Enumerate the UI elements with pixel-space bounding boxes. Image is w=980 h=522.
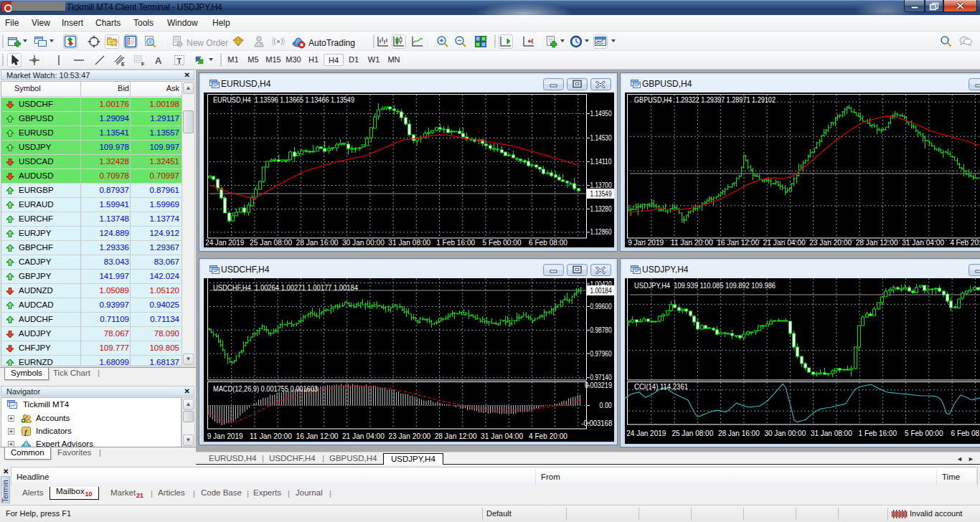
svg-text:23 Jan 20:00: 23 Jan 20:00 — [388, 432, 430, 440]
svg-text:31 Jan 04:00: 31 Jan 04:00 — [902, 239, 944, 247]
svg-text:1.14110: 1.14110 — [590, 158, 612, 166]
svg-text:T: T — [177, 57, 182, 65]
svg-text:28 Jan 12:00: 28 Jan 12:00 — [435, 432, 477, 440]
svg-text:23 Jan 20:00: 23 Jan 20:00 — [809, 239, 852, 247]
svg-text:1 Feb 16:00: 1 Feb 16:00 — [859, 430, 897, 437]
svg-text:28 Jan 12:00: 28 Jan 12:00 — [856, 239, 898, 247]
svg-text:0.99600: 0.99600 — [590, 303, 612, 310]
svg-text:9 Jan 2019: 9 Jan 2019 — [628, 239, 664, 247]
svg-text:30 Jan 00:00: 30 Jan 00:00 — [764, 430, 806, 437]
svg-text:1.14530: 1.14530 — [590, 134, 612, 142]
svg-text:1.00184: 1.00184 — [590, 287, 612, 295]
svg-text:21 Jan 04:00: 21 Jan 04:00 — [342, 432, 385, 440]
svg-text:31 Jan 08:00: 31 Jan 08:00 — [811, 430, 852, 437]
svg-text:CCI(14) 114.2361: CCI(14) 114.2361 — [634, 382, 688, 391]
svg-text:31 Jan 08:00: 31 Jan 08:00 — [388, 239, 430, 247]
svg-text:1.13549: 1.13549 — [590, 190, 612, 198]
svg-text:F: F — [141, 62, 145, 67]
svg-text:31 Jan 04:00: 31 Jan 04:00 — [481, 432, 523, 440]
svg-text:6 Feb 08:00: 6 Feb 08:00 — [529, 239, 567, 247]
svg-text:4 Feb 20:00: 4 Feb 20:00 — [950, 239, 980, 247]
svg-text:1 Feb 16:00: 1 Feb 16:00 — [436, 239, 475, 247]
svg-text:1.14950: 1.14950 — [590, 110, 612, 118]
svg-text:MACD(12,26,9) 0.001755 0.00160: MACD(12,26,9) 0.001755 0.001603 — [213, 384, 318, 393]
svg-text:5 Feb 00:00: 5 Feb 00:00 — [483, 239, 522, 247]
svg-text:5 Feb 00:00: 5 Feb 00:00 — [905, 430, 943, 437]
svg-text:11 Jan 20:00: 11 Jan 20:00 — [671, 239, 713, 247]
svg-text:0.97960: 0.97960 — [590, 350, 612, 358]
svg-text:0.97140: 0.97140 — [590, 374, 612, 381]
svg-text:24 Jan 2019: 24 Jan 2019 — [626, 430, 666, 437]
svg-text:0.003219: 0.003219 — [585, 381, 612, 389]
svg-text:25 Jan 08:00: 25 Jan 08:00 — [672, 430, 713, 437]
svg-text:28 Jan 16:00: 28 Jan 16:00 — [718, 430, 760, 437]
svg-text:6 Feb 08:00: 6 Feb 08:00 — [951, 430, 980, 437]
svg-text:0.00: 0.00 — [600, 402, 612, 409]
svg-text:1.13280: 1.13280 — [590, 205, 612, 213]
svg-text:1.13700: 1.13700 — [590, 181, 612, 189]
svg-text:4 Feb 20:00: 4 Feb 20:00 — [529, 432, 567, 440]
svg-text:25 Jan 08:00: 25 Jan 08:00 — [250, 239, 292, 247]
svg-text:28 Jan 16:00: 28 Jan 16:00 — [296, 239, 339, 247]
svg-text:EURUSD,H4 1.13596 1.13665 1.1: EURUSD,H4 1.13596 1.13665 1.13466 1.1354… — [213, 95, 354, 104]
svg-text:USDCHF,H4 1.00264 1.00271 1.0: USDCHF,H4 1.00264 1.00271 1.00177 1.0018… — [213, 283, 358, 292]
svg-text:21 Jan 04:00: 21 Jan 04:00 — [763, 239, 806, 247]
svg-text:30 Jan 00:00: 30 Jan 00:00 — [342, 239, 385, 247]
svg-text:USDJPY,H4 109.939 110.085 109: USDJPY,H4 109.939 110.085 109.892 109.98… — [634, 281, 776, 290]
svg-text:-0.003168: -0.003168 — [581, 419, 612, 427]
svg-text:16 Jan 12:00: 16 Jan 12:00 — [296, 432, 339, 440]
svg-text:1.12860: 1.12860 — [590, 228, 612, 236]
svg-text:16 Jan 12:00: 16 Jan 12:00 — [717, 239, 759, 247]
svg-text:E: E — [121, 62, 125, 67]
svg-text:9 Jan 2019: 9 Jan 2019 — [207, 432, 243, 440]
svg-text:A: A — [155, 55, 162, 66]
svg-text:11 Jan 20:00: 11 Jan 20:00 — [250, 432, 292, 440]
svg-text:GBPUSD,H4 1.29322 1.29397 1.2: GBPUSD,H4 1.29322 1.29397 1.28971 1.2910… — [634, 95, 776, 104]
svg-text:24 Jan 2019: 24 Jan 2019 — [205, 239, 244, 247]
svg-text:0.98780: 0.98780 — [590, 326, 612, 334]
